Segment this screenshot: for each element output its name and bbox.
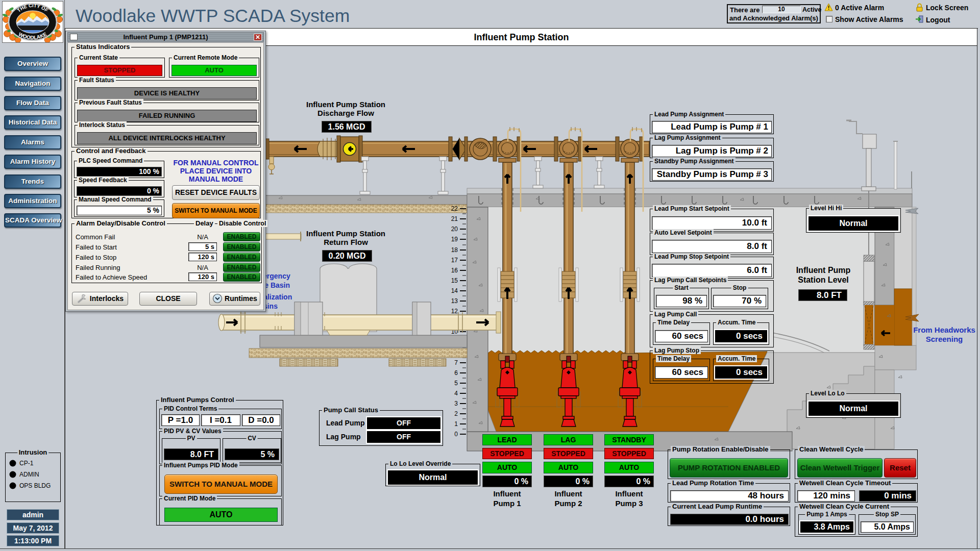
svg-text:21: 21 [451, 215, 458, 222]
svg-text:7: 7 [454, 359, 458, 366]
svg-text:14: 14 [451, 287, 458, 294]
svg-text:20: 20 [451, 226, 458, 233]
svg-text:19: 19 [451, 236, 458, 243]
svg-text:0: 0 [454, 431, 458, 438]
svg-text:1: 1 [454, 420, 458, 428]
svg-text:12: 12 [451, 308, 458, 315]
svg-text:5: 5 [454, 380, 458, 387]
svg-text:18: 18 [451, 246, 458, 254]
svg-text:6: 6 [454, 369, 458, 377]
svg-text:15: 15 [451, 277, 458, 284]
svg-text:17: 17 [451, 257, 458, 264]
svg-text:4: 4 [454, 390, 458, 397]
svg-text:13: 13 [451, 297, 458, 305]
svg-text:3: 3 [454, 400, 458, 407]
svg-text:2: 2 [454, 410, 458, 417]
svg-text:16: 16 [451, 267, 458, 274]
svg-text:22: 22 [451, 205, 458, 212]
